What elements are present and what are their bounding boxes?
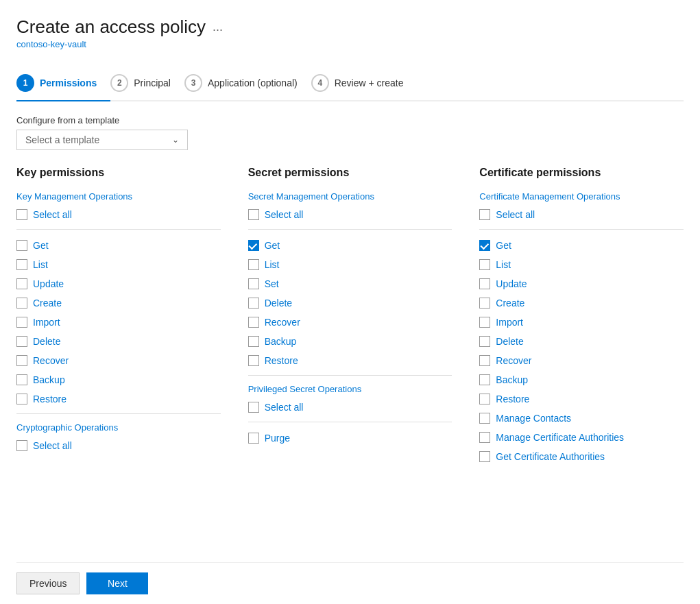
cert-recover-label[interactable]: Recover [496, 355, 531, 366]
secret-purge-checkbox[interactable] [248, 433, 259, 444]
cert-update-label[interactable]: Update [496, 278, 527, 289]
cert-restore-checkbox[interactable] [479, 394, 490, 404]
cert-delete-checkbox[interactable] [479, 336, 490, 347]
key-update-item: Update [16, 276, 221, 291]
cert-get-checkbox[interactable] [479, 240, 490, 251]
key-recover-checkbox[interactable] [16, 355, 27, 366]
secret-priv-select-all-checkbox[interactable] [248, 402, 259, 413]
cert-import-label[interactable]: Import [496, 317, 523, 328]
cert-delete-label[interactable]: Delete [496, 336, 523, 347]
secret-restore-checkbox[interactable] [248, 355, 259, 366]
key-permissions-column: Key permissions Key Management Operation… [16, 167, 221, 468]
secret-recover-checkbox[interactable] [248, 317, 259, 328]
secret-get-label[interactable]: Get [265, 240, 280, 251]
key-create-item: Create [16, 295, 221, 311]
step-2-label: Principal [134, 77, 171, 88]
secret-list-item: List [248, 257, 452, 272]
page-subtitle[interactable]: contoso-key-vault [16, 39, 684, 49]
secret-list-label[interactable]: List [265, 259, 280, 270]
page-header: Create an access policy ... contoso-key-… [16, 16, 684, 49]
secret-priv-select-all-item: Select all [248, 400, 452, 415]
key-restore-label[interactable]: Restore [33, 394, 67, 404]
secret-purge-item: Purge [248, 431, 452, 446]
cert-get-item: Get [479, 238, 684, 253]
key-import-checkbox[interactable] [16, 317, 27, 328]
cert-get-ca-label[interactable]: Get Certificate Authorities [496, 451, 605, 462]
key-update-checkbox[interactable] [16, 278, 27, 289]
cert-get-ca-checkbox[interactable] [479, 451, 490, 462]
key-create-label[interactable]: Create [33, 298, 62, 309]
secret-backup-checkbox[interactable] [248, 336, 259, 347]
key-get-checkbox[interactable] [16, 240, 27, 251]
cert-select-all-checkbox[interactable] [479, 209, 490, 220]
key-backup-label[interactable]: Backup [33, 374, 65, 385]
key-update-label[interactable]: Update [33, 278, 64, 289]
step-4[interactable]: 4 Review + create [311, 69, 418, 100]
cert-recover-checkbox[interactable] [479, 355, 490, 366]
chevron-down-icon: ⌄ [172, 135, 179, 145]
secret-delete-label[interactable]: Delete [265, 298, 292, 309]
secret-set-checkbox[interactable] [248, 278, 259, 289]
cert-get-ca-item: Get Certificate Authorities [479, 449, 684, 464]
cert-create-item: Create [479, 295, 684, 311]
key-get-label[interactable]: Get [33, 240, 49, 251]
secret-restore-label[interactable]: Restore [265, 355, 298, 366]
key-delete-label[interactable]: Delete [33, 336, 60, 347]
cert-backup-item: Backup [479, 372, 684, 387]
step-1-label: Permissions [40, 77, 97, 88]
cert-restore-label[interactable]: Restore [496, 394, 529, 404]
key-select-all-label[interactable]: Select all [33, 209, 72, 220]
next-button[interactable]: Next [86, 572, 148, 594]
secret-delete-checkbox[interactable] [248, 298, 259, 309]
cert-select-all-label[interactable]: Select all [496, 209, 535, 220]
secret-backup-label[interactable]: Backup [265, 336, 297, 347]
cert-backup-checkbox[interactable] [479, 374, 490, 385]
key-import-label[interactable]: Import [33, 317, 60, 328]
ellipsis-button[interactable]: ... [213, 20, 223, 34]
step-2[interactable]: 2 Principal [110, 69, 184, 100]
key-restore-checkbox[interactable] [16, 394, 27, 404]
key-crypto-select-all-label[interactable]: Select all [33, 440, 72, 451]
permissions-grid: Key permissions Key Management Operation… [16, 167, 684, 468]
secret-list-checkbox[interactable] [248, 259, 259, 270]
key-delete-checkbox[interactable] [16, 336, 27, 347]
cert-create-label[interactable]: Create [496, 298, 524, 309]
cert-manage-ca-checkbox[interactable] [479, 432, 490, 443]
template-section: Configure from a template Select a templ… [16, 115, 684, 150]
secret-select-all-label[interactable]: Select all [265, 209, 304, 220]
cert-backup-label[interactable]: Backup [496, 374, 528, 385]
secret-purge-label[interactable]: Purge [265, 433, 290, 444]
step-1[interactable]: 1 Permissions [16, 69, 110, 101]
cert-list-checkbox[interactable] [479, 259, 490, 270]
key-backup-checkbox[interactable] [16, 374, 27, 385]
key-crypto-select-all-checkbox[interactable] [16, 440, 27, 451]
cert-list-label[interactable]: List [496, 259, 511, 270]
secret-priv-select-all-label[interactable]: Select all [265, 402, 304, 413]
cert-create-checkbox[interactable] [479, 298, 490, 309]
secret-mgmt-divider [248, 229, 452, 230]
cert-manage-contacts-checkbox[interactable] [479, 413, 490, 424]
key-create-checkbox[interactable] [16, 298, 27, 309]
footer-bar: Previous Next [16, 562, 684, 604]
key-list-checkbox[interactable] [16, 259, 27, 270]
previous-button[interactable]: Previous [16, 572, 80, 594]
template-dropdown[interactable]: Select a template ⌄ [16, 130, 188, 150]
cert-import-checkbox[interactable] [479, 317, 490, 328]
cert-manage-ca-label[interactable]: Manage Certificate Authorities [496, 432, 624, 443]
secret-set-label[interactable]: Set [265, 278, 279, 289]
secret-priv-ops-title: Privileged Secret Operations [248, 384, 452, 394]
cert-manage-contacts-label[interactable]: Manage Contacts [496, 413, 571, 424]
secret-restore-item: Restore [248, 353, 452, 368]
certificate-permissions-title: Certificate permissions [479, 167, 684, 179]
cert-mgmt-divider [479, 229, 684, 230]
secret-recover-label[interactable]: Recover [265, 317, 300, 328]
key-recover-label[interactable]: Recover [33, 355, 69, 366]
cert-update-checkbox[interactable] [479, 278, 490, 289]
key-mgmt-divider [16, 229, 221, 230]
cert-get-label[interactable]: Get [496, 240, 511, 251]
step-3[interactable]: 3 Application (optional) [184, 69, 311, 100]
secret-get-checkbox[interactable] [248, 240, 259, 251]
key-list-label[interactable]: List [33, 259, 48, 270]
key-select-all-checkbox[interactable] [16, 209, 27, 220]
secret-select-all-checkbox[interactable] [248, 209, 259, 220]
